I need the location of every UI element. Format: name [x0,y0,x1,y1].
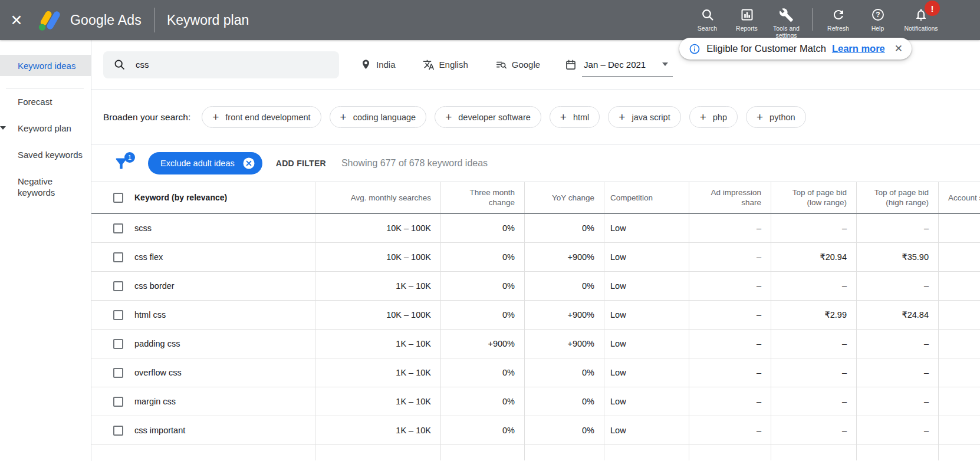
select-all-checkbox[interactable] [113,193,123,203]
broaden-chip[interactable]: + java script [608,106,680,128]
keyword-cell: html css [91,301,315,329]
ad-impression-share-cell: – [689,272,771,300]
wrench-icon [779,7,794,22]
avg-monthly-searches-cell: 1K – 10K [315,330,441,358]
broaden-chip-label: front end development [225,113,310,122]
broaden-chip-label: coding language [353,113,416,122]
broaden-chip[interactable]: + front end development [202,106,321,128]
competition-cell: Low [604,214,689,242]
yoy-change-cell: 0% [525,214,604,242]
row-checkbox[interactable] [113,252,123,262]
network-value: Google [512,60,540,70]
broaden-chip[interactable]: + python [746,106,806,128]
tree-expand-icon [0,126,6,130]
ad-impression-share-cell: – [689,358,771,387]
date-range-selector[interactable]: Jan – Dec 2021 [565,53,673,77]
row-checkbox[interactable] [113,426,123,436]
learn-more-link[interactable]: Learn more [832,43,885,54]
search-network-icon [495,59,507,71]
banner-close-icon[interactable]: ✕ [895,42,903,55]
table-row[interactable]: margin css 1K – 10K 0% 0% Low – – – [91,387,980,416]
header-yoy-change[interactable]: YoY change [525,182,604,213]
help-nav-button[interactable]: ? Help [858,0,897,40]
sidebar-item-saved-keywords[interactable]: Saved keywords [0,141,91,168]
row-checkbox[interactable] [113,397,123,407]
keyword-cell: padding css [91,330,315,358]
language-selector[interactable]: English [423,59,468,71]
tools-and-settings-nav-button[interactable]: Tools and settings [767,0,806,40]
location-selector[interactable]: India [360,59,396,70]
google-ads-logo-icon [38,9,61,31]
header-account-status[interactable]: Account status [939,182,980,213]
top-bid-high-cell: – [857,272,939,300]
top-bid-low-cell: – [771,387,857,416]
broaden-chip[interactable]: + php [689,106,738,128]
competition-cell: Low [604,358,689,387]
table-row[interactable]: html css 10K – 100K 0% +900% Low – ₹2.99… [91,301,980,330]
row-checkbox[interactable] [113,281,123,291]
table-row[interactable]: padding css 1K – 10K +900% +900% Low – –… [91,330,980,358]
plus-icon: + [560,111,567,123]
broaden-chip-label: python [769,113,795,122]
empty-cell [604,445,689,460]
keyword-search-box[interactable] [103,51,339,78]
notifications-nav-button[interactable]: Notifications ! [897,0,945,40]
search-input[interactable] [134,59,311,70]
avg-monthly-searches-cell: 1K – 10K [315,272,441,300]
add-filter-button[interactable]: ADD FILTER [276,159,326,168]
search-settings: India English [360,53,673,77]
svg-text:?: ? [876,11,880,19]
broaden-chip[interactable]: + html [550,106,600,128]
search-nav-button[interactable]: Search [688,0,727,40]
refresh-icon [831,7,846,22]
top-bid-high-cell: ₹35.90 [857,243,939,271]
nav-label: Notifications [904,25,938,32]
header-avg-monthly-searches[interactable]: Avg. monthly searches [315,182,441,213]
plus-icon: + [619,111,625,123]
table-row[interactable]: css flex 10K – 100K 0% +900% Low – ₹20.9… [91,243,980,272]
topbar-divider [154,8,154,32]
broaden-chip-label: java script [632,113,670,122]
account-status-cell [939,243,980,271]
plus-icon: + [757,111,763,123]
header-competition[interactable]: Competition [604,182,689,213]
remove-filter-icon[interactable] [242,157,255,170]
yoy-change-cell: 0% [525,387,604,416]
row-checkbox[interactable] [113,310,123,320]
sidebar-item-negative-keywords[interactable]: Negative keywords [0,168,91,206]
row-checkbox[interactable] [113,339,123,349]
top-bid-low-cell: – [771,330,857,358]
broaden-chip[interactable]: + coding language [330,106,427,128]
sidebar-item-keyword-plan[interactable]: Keyword plan [0,115,91,141]
header-three-month-change[interactable]: Three month change [441,182,525,213]
column-label: Ad impression share [699,187,761,208]
account-status-cell [939,301,980,329]
top-bid-high-cell: – [857,416,939,444]
reports-nav-button[interactable]: Reports [727,0,767,40]
column-label: Keyword (by relevance) [134,193,227,203]
exclude-adult-ideas-chip[interactable]: Exclude adult ideas [148,152,262,174]
header-top-bid-low[interactable]: Top of page bid (low range) [771,182,857,213]
table-row[interactable]: scss 10K – 100K 0% 0% Low – – – [91,214,980,243]
avg-monthly-searches-cell: 1K – 10K [315,416,441,444]
sidebar-item-label: Keyword plan [18,123,71,133]
keyword-cell: css border [91,272,315,300]
sidebar-item-keyword-ideas[interactable]: Keyword ideas [0,55,91,76]
network-selector[interactable]: Google [495,59,540,71]
plus-icon: + [700,111,706,123]
broaden-chip[interactable]: + developer software [435,106,541,128]
header-ad-impression-share[interactable]: Ad impression share [689,182,771,213]
refresh-nav-button[interactable]: Refresh [818,0,858,40]
search-icon [113,58,126,71]
broaden-chip-label: developer software [458,113,531,122]
table-row[interactable]: overflow css 1K – 10K 0% 0% Low – – – [91,358,980,387]
sidebar-item-forecast[interactable]: Forecast [0,88,91,115]
row-checkbox[interactable] [113,223,123,233]
header-top-bid-high[interactable]: Top of page bid (high range) [857,182,939,213]
row-checkbox[interactable] [113,368,123,378]
filter-button[interactable]: 1 [113,156,129,172]
table-row[interactable]: css border 1K – 10K 0% 0% Low – – – [91,272,980,301]
close-icon[interactable]: ✕ [2,0,31,40]
sidebar: Keyword ideas Forecast Keyword plan Save… [0,40,91,461]
table-row[interactable]: css important 1K – 10K 0% 0% Low – – – [91,416,980,445]
